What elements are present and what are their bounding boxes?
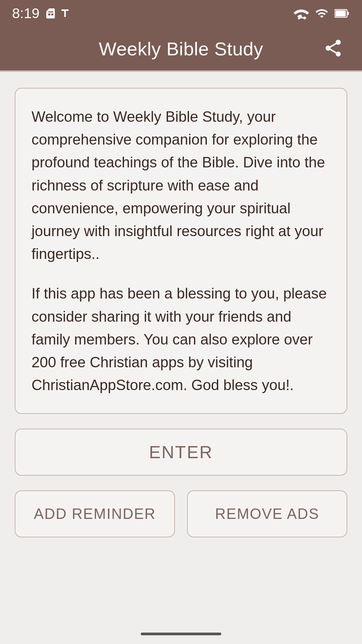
main-content: Welcome to Weekly Bible Study, your comp… — [0, 72, 362, 624]
remove-ads-label: REMOVE ADS — [215, 505, 319, 522]
status-bar: 8:19 — [0, 0, 362, 27]
enter-button[interactable]: ENTER — [15, 429, 347, 476]
sim-card-icon — [44, 7, 56, 19]
remove-ads-button[interactable]: REMOVE ADS — [187, 490, 347, 537]
add-reminder-button[interactable]: ADD REMINDER — [15, 490, 175, 537]
share-button[interactable] — [320, 36, 346, 62]
signal-icon — [315, 7, 328, 20]
text-a-icon — [59, 7, 71, 19]
home-bar — [141, 633, 221, 635]
wifi-icon — [294, 7, 309, 20]
svg-rect-2 — [347, 12, 349, 15]
svg-rect-1 — [335, 10, 346, 16]
add-reminder-label: ADD REMINDER — [34, 505, 156, 522]
status-bar-left: 8:19 — [12, 5, 71, 21]
home-indicator — [0, 624, 362, 644]
status-system-icons — [44, 7, 71, 19]
bottom-buttons-row: ADD REMINDER REMOVE ADS — [15, 490, 347, 537]
welcome-paragraph-2: If this app has been a blessing to you, … — [32, 282, 330, 396]
app-title: Weekly Bible Study — [99, 38, 263, 60]
status-time: 8:19 — [12, 5, 40, 21]
enter-button-label: ENTER — [149, 442, 213, 462]
welcome-paragraph-1: Welcome to Weekly Bible Study, your comp… — [32, 105, 330, 265]
status-bar-right — [294, 7, 350, 20]
battery-icon — [335, 7, 350, 19]
welcome-card: Welcome to Weekly Bible Study, your comp… — [15, 88, 347, 414]
app-bar: Weekly Bible Study — [0, 27, 362, 70]
share-icon — [323, 38, 343, 58]
